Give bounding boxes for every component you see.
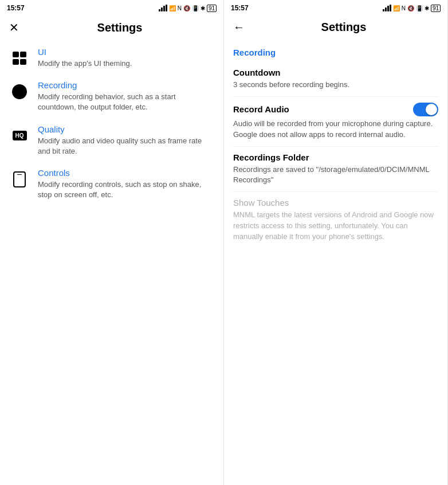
recording-label: Recording [38,80,214,90]
quality-desc: Modify audio and video quality such as f… [38,136,214,157]
setting-record-audio[interactable]: Record Audio Audio will be recorded from… [233,97,438,147]
left-panel: 15:57 📶 N 🔇 📳 ✱ 91 ✕ Settings [0,0,224,485]
nfc-icon: N [178,5,182,11]
recording-desc: Modify recording behavior, such as a sta… [38,92,214,112]
wifi-icon: 📶 [169,5,176,11]
section-title-recording: Recording [233,41,438,62]
recordings-folder-desc: Recordings are saved to "/storage/emulat… [233,165,438,186]
vibrate-icon-right: 📳 [416,5,423,11]
ui-icon [9,48,30,69]
ui-item-text: UI Modify the app's UI theming. [38,47,214,69]
status-bar-right: 15:57 📶 N 🔇 📳 ✱ 91 [224,0,447,16]
controls-desc: Modify recording controls, such as stop … [38,179,214,200]
quality-label: Quality [38,124,214,134]
show-touches-desc: MNML targets the latest versions of Andr… [233,210,438,242]
battery-icon-right: 91 [431,5,441,12]
wifi-icon-right: 📶 [393,5,400,11]
header-right: ← Settings [224,16,447,41]
right-panel: 15:57 📶 N 🔇 📳 ✱ 91 ← Settings Recording … [224,0,448,485]
nav-item-controls[interactable]: Controls Modify recording controls, such… [0,162,223,206]
record-audio-desc: Audio will be recorded from your microph… [233,119,438,140]
countdown-desc: 3 seconds before recording begins. [233,80,438,91]
recordings-folder-name: Recordings Folder [233,152,438,162]
recording-item-text: Recording Modify recording behavior, suc… [38,80,214,112]
controls-label: Controls [38,168,214,178]
nav-list: UI Modify the app's UI theming. Recordin… [0,41,223,206]
mute-icon: 🔇 [183,5,190,11]
show-touches-name: Show Touches [233,198,438,208]
nav-item-quality[interactable]: HQ Quality Modify audio and video qualit… [0,119,223,162]
status-icons-left: 📶 N 🔇 📳 ✱ 91 [159,5,217,12]
header-left: ✕ Settings [0,16,223,41]
controls-item-text: Controls Modify recording controls, such… [38,168,214,200]
close-button[interactable]: ✕ [9,21,25,34]
nfc-icon-right: N [402,5,406,11]
back-button[interactable]: ← [233,21,249,34]
ui-desc: Modify the app's UI theming. [38,58,214,69]
controls-icon [9,169,30,190]
mute-icon-right: 🔇 [407,5,414,11]
status-icons-right: 📶 N 🔇 📳 ✱ 91 [383,5,441,12]
setting-recordings-folder[interactable]: Recordings Folder Recordings are saved t… [233,147,438,193]
settings-content: Recording Countdown 3 seconds before rec… [224,41,447,485]
quality-item-text: Quality Modify audio and video quality s… [38,124,214,157]
recording-icon [9,81,30,102]
nav-item-ui[interactable]: UI Modify the app's UI theming. [0,41,223,75]
battery-icon: 91 [207,5,217,12]
countdown-name: Countdown [233,68,438,77]
record-audio-toggle[interactable] [413,103,438,116]
status-bar-left: 15:57 📶 N 🔇 📳 ✱ 91 [0,0,223,16]
nav-item-recording[interactable]: Recording Modify recording behavior, suc… [0,75,223,118]
setting-countdown[interactable]: Countdown 3 seconds before recording beg… [233,62,438,97]
page-title-right: Settings [249,21,438,34]
bt-icon: ✱ [201,5,205,11]
vibrate-icon: 📳 [192,5,199,11]
signal-icon [159,5,167,11]
page-title-left: Settings [25,21,214,34]
signal-icon-right [383,5,391,11]
setting-show-touches: Show Touches MNML targets the latest ver… [233,192,438,248]
toggle-knob [426,104,437,115]
ui-label: UI [38,47,214,57]
bt-icon-right: ✱ [425,5,429,11]
record-audio-name: Record Audio [233,103,438,116]
quality-icon: HQ [9,126,30,146]
time-left: 15:57 [7,4,25,12]
time-right: 15:57 [231,4,249,12]
